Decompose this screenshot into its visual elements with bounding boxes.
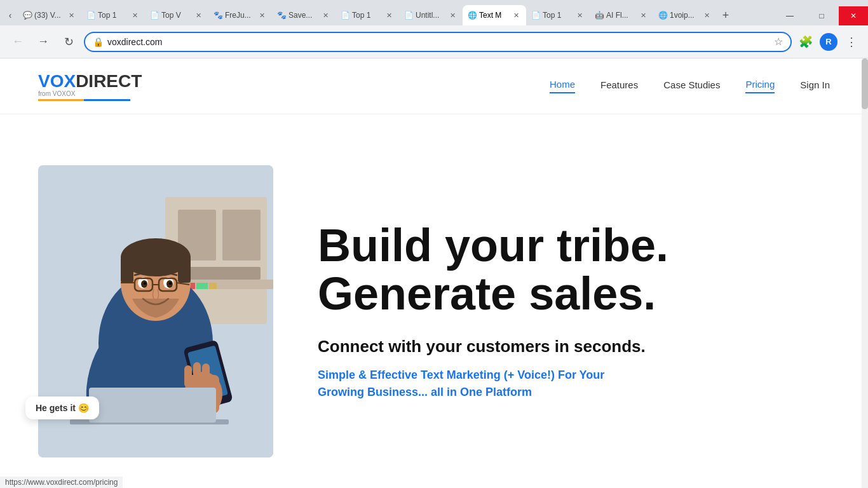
tab-title-untitled: Untitl...	[416, 11, 445, 20]
hero-description-line1: Simple & Effective Text Marketing (+ Voi…	[318, 369, 604, 381]
reload-button[interactable]: ↻	[58, 32, 79, 52]
hero-content: Build your tribe. Generate sales. Connec…	[318, 222, 830, 401]
page-content: VOXDIRECT from VOXOX Home Features Case …	[0, 58, 868, 488]
address-field[interactable]: 🔒 voxdirect.com ☆	[84, 32, 792, 52]
hero-headline: Build your tribe. Generate sales.	[318, 222, 830, 318]
tab-title-top1: Top 1	[98, 11, 127, 20]
tab-whatsapp[interactable]: 💬 (33) V... ✕	[18, 5, 81, 25]
tab-title-aifl: AI Fl...	[606, 11, 635, 20]
nav-case-studies[interactable]: Case Studies	[663, 79, 720, 93]
svg-rect-9	[209, 283, 217, 289]
tab-top1c[interactable]: 📄 Top 1 ✕	[526, 5, 590, 25]
tab-favicon-freju: 🐾	[214, 11, 222, 20]
tab-aifl[interactable]: 🤖 AI Fl... ✕	[590, 5, 653, 25]
tab-favicon-whatsapp: 💬	[23, 11, 32, 20]
tab-favicon-top1c: 📄	[531, 11, 540, 20]
tab-favicon-top1b: 📄	[341, 11, 349, 20]
tab-untitled[interactable]: 📄 Untitl... ✕	[399, 5, 463, 25]
tab-topv[interactable]: 📄 Top V ✕	[145, 5, 208, 25]
bookmark-icon[interactable]: ☆	[774, 36, 783, 48]
svg-rect-33	[202, 363, 210, 384]
lock-icon: 🔒	[93, 37, 104, 47]
tab-title-1voip: 1voip...	[670, 11, 699, 20]
scrollbar-thumb[interactable]	[862, 58, 868, 109]
tab-close-top1c[interactable]: ✕	[574, 10, 585, 20]
tab-title-top1b: Top 1	[352, 11, 381, 20]
logo-underline	[38, 99, 130, 101]
tab-close-untitled[interactable]: ✕	[447, 10, 458, 20]
nav-links: Home Features Case Studies Pricing Sign …	[550, 79, 830, 93]
tab-close-freju[interactable]: ✕	[257, 10, 267, 20]
status-bar: https://www.voxdirect.com/pricing	[0, 477, 123, 488]
tab-title-top1c: Top 1	[543, 11, 572, 20]
tab-close-topv[interactable]: ✕	[193, 10, 203, 20]
tab-close-top1b[interactable]: ✕	[384, 10, 394, 20]
chrome-menu-button[interactable]: ⋮	[843, 33, 860, 51]
svg-point-21	[169, 282, 172, 285]
tab-title-textm: Text M	[479, 11, 508, 20]
nav-home[interactable]: Home	[550, 79, 575, 93]
new-tab-button[interactable]: +	[717, 6, 735, 24]
maximize-button[interactable]: □	[807, 6, 836, 25]
tab-scroll-left[interactable]: ‹	[3, 8, 18, 23]
tab-top1b[interactable]: 📄 Top 1 ✕	[336, 5, 399, 25]
tab-favicon-save: 🐾	[277, 11, 286, 20]
site-navigation: VOXDIRECT from VOXOX Home Features Case …	[0, 58, 868, 114]
tab-favicon-aifl: 🤖	[595, 11, 604, 20]
svg-rect-31	[184, 365, 192, 388]
profile-button[interactable]: R	[820, 33, 837, 51]
tab-textm[interactable]: 🌐 Text M ✕	[463, 5, 526, 25]
close-button[interactable]: ✕	[839, 6, 868, 25]
minimize-button[interactable]: —	[775, 6, 804, 25]
tab-close-textm[interactable]: ✕	[511, 10, 521, 20]
tab-1voip[interactable]: 🌐 1voip... ✕	[653, 5, 717, 25]
tab-favicon-top1: 📄	[86, 11, 95, 20]
tab-close-top1[interactable]: ✕	[130, 10, 140, 20]
tab-title-topv: Top V	[161, 11, 191, 20]
nav-features[interactable]: Features	[600, 79, 638, 93]
svg-rect-15	[178, 257, 191, 283]
svg-rect-14	[121, 257, 133, 283]
nav-pricing[interactable]: Pricing	[745, 79, 775, 93]
tab-favicon-topv: 📄	[150, 11, 159, 20]
logo-sub: from VOXOX	[38, 90, 142, 97]
tab-close-aifl[interactable]: ✕	[638, 10, 648, 20]
tab-title-save: Save...	[288, 11, 318, 20]
hero-image-container: He gets it 😊	[38, 165, 280, 458]
tab-favicon-1voip: 🌐	[658, 11, 667, 20]
hero-section: He gets it 😊 Build your tribe. Generate …	[0, 114, 868, 483]
svg-rect-32	[193, 362, 201, 384]
tab-favicon-untitled: 📄	[404, 11, 413, 20]
tab-favicon-textm: 🌐	[468, 11, 477, 20]
svg-point-20	[144, 282, 146, 285]
svg-rect-36	[89, 388, 216, 423]
hero-headline-line2: Generate sales.	[318, 270, 830, 318]
extensions-area: 🧩 R ⋮	[797, 33, 860, 51]
scrollbar[interactable]	[862, 58, 868, 488]
tab-top1[interactable]: 📄 Top 1 ✕	[81, 5, 145, 25]
svg-rect-8	[196, 283, 208, 289]
tab-bar-left: ‹ 💬 (33) V... ✕ 📄 Top 1 ✕ 📄 Top V ✕	[0, 3, 770, 25]
site-logo: VOXDIRECT from VOXOX	[38, 71, 142, 101]
hero-subtext: Connect with your customers in seconds.	[318, 337, 830, 356]
tab-save[interactable]: 🐾 Save... ✕	[272, 5, 336, 25]
tab-close-1voip[interactable]: ✕	[702, 10, 712, 20]
logo-direct: DIRECT	[76, 71, 142, 92]
nav-sign-in[interactable]: Sign In	[800, 79, 830, 93]
tab-title-freju: FreJu...	[225, 11, 254, 20]
tab-bar: ‹ 💬 (33) V... ✕ 📄 Top 1 ✕ 📄 Top V ✕	[0, 0, 868, 25]
address-bar-row: ← → ↻ 🔒 voxdirect.com ☆ 🧩 R ⋮	[0, 25, 868, 58]
address-text: voxdirect.com	[107, 37, 770, 47]
hero-headline-line1: Build your tribe.	[318, 222, 830, 270]
hero-description: Simple & Effective Text Marketing (+ Voi…	[318, 367, 830, 401]
tab-close-save[interactable]: ✕	[320, 10, 330, 20]
extensions-button[interactable]: 🧩	[797, 33, 815, 51]
tab-freju[interactable]: 🐾 FreJu... ✕	[208, 5, 272, 25]
hero-description-line2: Growing Business... all in One Platform	[318, 386, 532, 398]
tab-title-whatsapp: (33) V...	[34, 11, 64, 20]
tab-close-whatsapp[interactable]: ✕	[66, 10, 76, 20]
logo-vox: VOX	[38, 71, 76, 92]
forward-button[interactable]: →	[33, 32, 53, 52]
speech-bubble: He gets it 😊	[25, 396, 99, 419]
back-button[interactable]: ←	[8, 32, 28, 52]
